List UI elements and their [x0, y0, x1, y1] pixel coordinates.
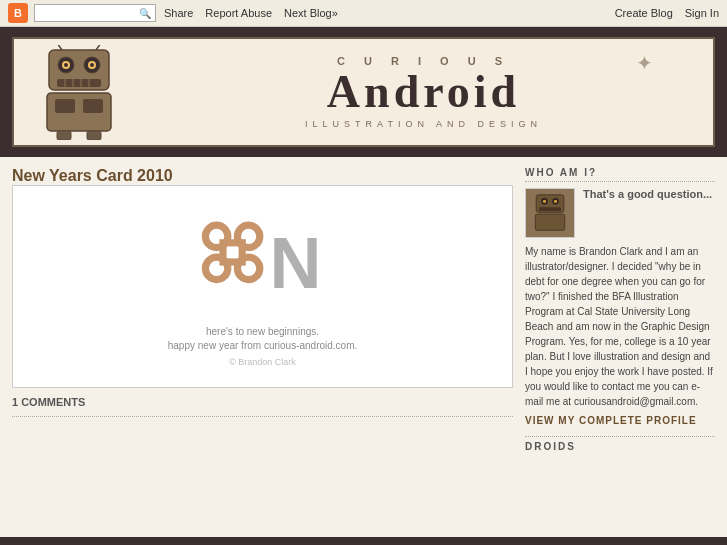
- svg-rect-18: [83, 99, 103, 113]
- avatar: [525, 188, 575, 238]
- svg-point-30: [543, 200, 546, 203]
- report-abuse-link[interactable]: Report Abuse: [205, 7, 272, 19]
- svg-rect-32: [539, 207, 561, 211]
- post-divider: [12, 416, 513, 417]
- svg-rect-20: [87, 131, 101, 140]
- svg-rect-19: [57, 131, 71, 140]
- svg-text:N: N: [269, 223, 321, 303]
- search-button[interactable]: 🔍: [139, 8, 151, 19]
- svg-rect-33: [535, 214, 564, 230]
- topbar-nav: Share Report Abuse Next Blog»: [164, 7, 338, 19]
- svg-point-31: [554, 200, 557, 203]
- post-title[interactable]: New Years Card 2010: [12, 167, 173, 184]
- who-am-i-header-text: That's a good question...: [583, 188, 712, 238]
- svg-point-10: [90, 63, 94, 67]
- who-am-i-section: Who Am I?: [525, 167, 715, 426]
- next-blog-link[interactable]: Next Blog»: [284, 7, 338, 19]
- share-link[interactable]: Share: [164, 7, 193, 19]
- avatar-image: [526, 189, 574, 237]
- svg-rect-25: [223, 243, 242, 262]
- banner-subtitle-text: Illustration and Design: [305, 119, 542, 129]
- post-comments-count[interactable]: 1 COMMENTS: [12, 396, 513, 408]
- topbar: B 🔍 Share Report Abuse Next Blog» Create…: [0, 0, 727, 27]
- post-content: N here's to new beginnings. happy new ye…: [12, 185, 513, 388]
- banner-title-area: C U R I O U S Android Illustration and D…: [144, 55, 713, 129]
- main-column: New Years Card 2010 N: [12, 167, 513, 527]
- droids-section: Droids: [525, 441, 715, 452]
- view-profile-link[interactable]: View My Complete Profile: [525, 415, 715, 426]
- who-am-i-title: Who Am I?: [525, 167, 715, 182]
- create-blog-link[interactable]: Create Blog: [615, 7, 673, 19]
- svg-rect-17: [55, 99, 75, 113]
- banner-robot: [14, 42, 144, 142]
- banner-decoration: ✦: [636, 51, 653, 75]
- who-am-i-header: That's a good question...: [525, 188, 715, 238]
- post-caption1: here's to new beginnings.: [206, 326, 319, 337]
- topbar-right: Create Blog Sign In: [615, 7, 719, 19]
- sign-in-link[interactable]: Sign In: [685, 7, 719, 19]
- who-am-i-body: My name is Brandon Clark and I am an ill…: [525, 244, 715, 409]
- svg-rect-11: [57, 79, 101, 87]
- post-copyright: © Brandon Clark: [229, 357, 296, 367]
- sidebar-divider: [525, 436, 715, 437]
- droids-title: Droids: [525, 441, 715, 452]
- search-input[interactable]: [39, 7, 139, 19]
- main-wrapper: New Years Card 2010 N: [0, 157, 727, 537]
- post-image-area: N here's to new beginnings. happy new ye…: [23, 196, 502, 377]
- banner-android-text: Android: [327, 69, 520, 115]
- post-caption2: happy new year from curious-android.com.: [168, 340, 358, 351]
- svg-point-9: [64, 63, 68, 67]
- blogger-logo: B: [8, 3, 28, 23]
- sidebar: Who Am I?: [525, 167, 715, 527]
- search-bar: 🔍: [34, 4, 156, 22]
- header-banner: C U R I O U S Android Illustration and D…: [0, 27, 727, 157]
- banner-inner: C U R I O U S Android Illustration and D…: [12, 37, 715, 147]
